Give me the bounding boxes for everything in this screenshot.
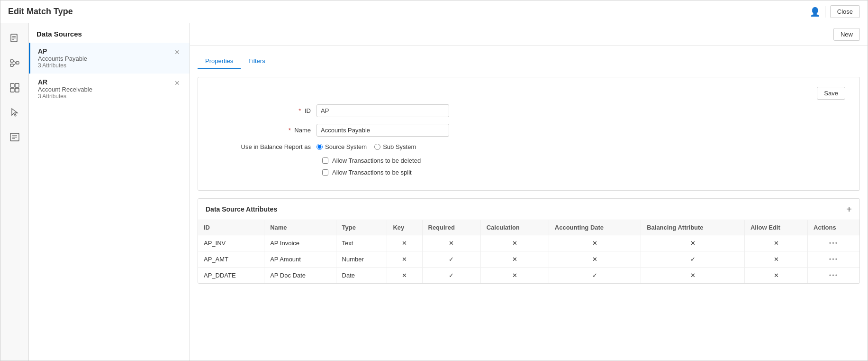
id-required-star: * xyxy=(298,107,301,114)
cell-required: ✓ xyxy=(422,268,480,284)
ds-item-ar-content: AR Account Receivable 3 Attributes xyxy=(38,78,172,100)
ds-item-ar-close[interactable]: ✕ xyxy=(172,78,182,88)
attributes-header: Data Source Attributes + xyxy=(198,199,859,220)
save-btn-container: Save xyxy=(212,87,845,100)
attributes-tbody: AP_INV AP Invoice Text ✕ ✕ ✕ ✕ ✕ ✕ ••• A… xyxy=(198,235,859,284)
svg-rect-10 xyxy=(15,83,19,87)
tabs: Properties Filters xyxy=(198,54,860,69)
allow-delete-label: Allow Transactions to be deleted xyxy=(332,157,421,164)
form-row-name: * Name xyxy=(212,124,845,137)
cell-required: ✓ xyxy=(422,251,480,268)
properties-section: Save * ID * Name xyxy=(198,77,860,191)
cell-name: AP Doc Date xyxy=(264,268,336,284)
cell-calculation: ✕ xyxy=(480,251,549,268)
name-input[interactable] xyxy=(316,124,449,137)
allow-split-label: Allow Transactions to be split xyxy=(332,169,412,176)
ds-item-ar-name: Account Receivable xyxy=(38,86,172,93)
main-layout: Data Sources AP Accounts Payable 3 Attri… xyxy=(0,23,868,361)
content-body: Properties Filters Save * ID xyxy=(190,46,868,361)
page-title: Edit Match Type xyxy=(8,7,73,17)
data-sources-title: Data Sources xyxy=(29,23,190,43)
svg-rect-6 xyxy=(16,62,19,64)
radio-sub-system-label: Sub System xyxy=(383,143,416,150)
col-id: ID xyxy=(198,220,264,235)
cell-actions[interactable]: ••• xyxy=(808,268,859,284)
col-balancing-attribute: Balancing Attribute xyxy=(641,220,745,235)
new-button[interactable]: New xyxy=(833,28,860,41)
ds-item-ap-name: Accounts Payable xyxy=(38,55,172,62)
col-allow-edit: Allow Edit xyxy=(744,220,807,235)
cell-allow-edit: ✕ xyxy=(744,251,807,268)
svg-marker-13 xyxy=(12,109,18,116)
tab-properties[interactable]: Properties xyxy=(198,54,241,69)
cell-accounting-date: ✓ xyxy=(549,268,641,284)
ds-item-ar-id: AR xyxy=(38,78,172,86)
cell-actions[interactable]: ••• xyxy=(808,235,859,251)
radio-source-system-label: Source System xyxy=(325,143,367,150)
attributes-title: Data Source Attributes xyxy=(206,205,277,213)
svg-rect-12 xyxy=(15,88,19,92)
table-header-row: ID Name Type Key Required Calculation Ac… xyxy=(198,220,859,235)
cell-id: AP_INV xyxy=(198,235,264,251)
save-button[interactable]: Save xyxy=(817,87,845,100)
ds-item-ar-attrs: 3 Attributes xyxy=(38,93,172,100)
sidebar-icon-cursor[interactable] xyxy=(4,102,25,123)
attributes-table: ID Name Type Key Required Calculation Ac… xyxy=(198,220,859,283)
sidebar-icon-list[interactable] xyxy=(4,127,25,148)
table-row: AP_DDATE AP Doc Date Date ✕ ✓ ✕ ✓ ✕ ✕ ••… xyxy=(198,268,859,284)
allow-split-checkbox[interactable] xyxy=(322,169,328,176)
id-input[interactable] xyxy=(316,104,449,117)
name-label: * Name xyxy=(212,127,316,134)
svg-rect-11 xyxy=(10,88,14,92)
svg-line-7 xyxy=(13,61,16,63)
cell-balancing-attribute: ✓ xyxy=(641,251,745,268)
ds-item-ap-content: AP Accounts Payable 3 Attributes xyxy=(38,47,172,69)
attributes-section: Data Source Attributes + ID Name Type Ke… xyxy=(198,198,860,284)
cell-calculation: ✕ xyxy=(480,268,549,284)
sidebar-icon-flow[interactable] xyxy=(4,53,25,74)
user-icon: 👤 xyxy=(810,7,820,17)
radio-source-system-input[interactable] xyxy=(316,144,323,150)
sidebar-icon-document[interactable] xyxy=(4,28,25,49)
radio-source-system[interactable]: Source System xyxy=(316,143,367,150)
add-attribute-button[interactable]: + xyxy=(846,204,852,214)
data-source-item-ap[interactable]: AP Accounts Payable 3 Attributes ✕ xyxy=(29,43,190,74)
col-calculation: Calculation xyxy=(480,220,549,235)
cell-required: ✕ xyxy=(422,235,480,251)
col-type: Type xyxy=(336,220,387,235)
table-row: AP_AMT AP Amount Number ✕ ✓ ✕ ✕ ✓ ✕ ••• xyxy=(198,251,859,268)
cell-type: Text xyxy=(336,235,387,251)
radio-group-balance: Source System Sub System xyxy=(316,143,416,150)
cell-type: Number xyxy=(336,251,387,268)
header-divider xyxy=(825,6,825,18)
close-button[interactable]: Close xyxy=(830,5,860,18)
col-accounting-date: Accounting Date xyxy=(549,220,641,235)
cell-name: AP Amount xyxy=(264,251,336,268)
actions-menu[interactable]: ••• xyxy=(829,240,839,247)
col-actions: Actions xyxy=(808,220,859,235)
cell-calculation: ✕ xyxy=(480,235,549,251)
cell-actions[interactable]: ••• xyxy=(808,251,859,268)
svg-rect-5 xyxy=(10,64,13,66)
cell-key: ✕ xyxy=(387,235,422,251)
name-required-star: * xyxy=(289,127,291,134)
radio-sub-system-input[interactable] xyxy=(374,144,380,150)
svg-rect-9 xyxy=(10,83,14,87)
radio-sub-system[interactable]: Sub System xyxy=(374,143,416,150)
actions-menu[interactable]: ••• xyxy=(829,256,839,263)
header-actions: 👤 Close xyxy=(810,5,860,18)
data-source-item-ar[interactable]: AR Account Receivable 3 Attributes ✕ xyxy=(29,74,190,104)
ds-item-ap-attrs: 3 Attributes xyxy=(38,62,172,69)
content-area: New Properties Filters Save xyxy=(190,23,868,361)
icon-sidebar xyxy=(0,23,29,361)
tab-filters[interactable]: Filters xyxy=(241,54,272,69)
cell-allow-edit: ✕ xyxy=(744,235,807,251)
ds-item-ap-close[interactable]: ✕ xyxy=(172,47,182,57)
cell-accounting-date: ✕ xyxy=(549,251,641,268)
table-row: AP_INV AP Invoice Text ✕ ✕ ✕ ✕ ✕ ✕ ••• xyxy=(198,235,859,251)
allow-delete-checkbox[interactable] xyxy=(322,157,328,164)
actions-menu[interactable]: ••• xyxy=(829,272,839,279)
sidebar-icon-grid[interactable] xyxy=(4,77,25,98)
ds-item-ap-id: AP xyxy=(38,47,172,55)
svg-line-8 xyxy=(13,64,16,65)
